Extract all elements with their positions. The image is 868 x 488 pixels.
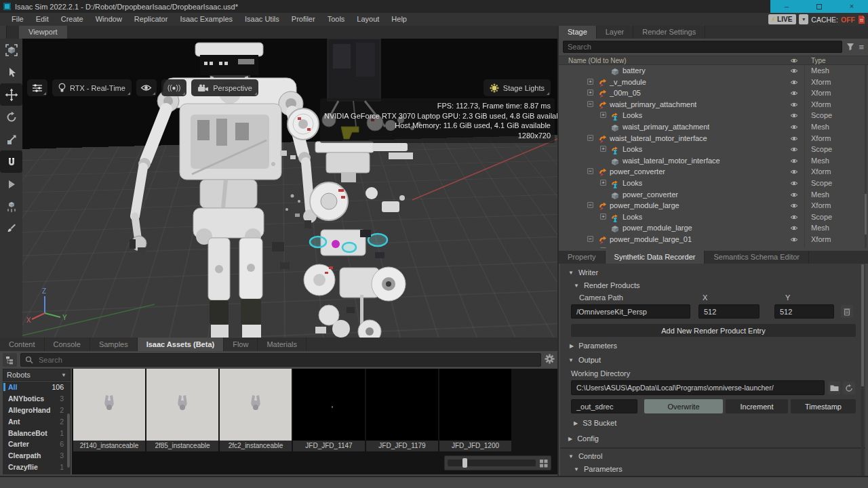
overwrite-button[interactable]: Overwrite <box>644 399 723 413</box>
asset-thumbnail[interactable] <box>293 369 365 441</box>
stage-row-waist-lateral-motor-interface[interactable]: − waist_lateral_motor_interface Xform <box>559 133 868 144</box>
camera-path-input[interactable] <box>571 304 690 319</box>
select-mode-button[interactable] <box>0 39 22 61</box>
stage-row-looks[interactable]: + Looks Scope <box>559 178 868 189</box>
stage-lights-button[interactable]: Stage Lights <box>484 79 551 96</box>
tab-flow[interactable]: Flow <box>224 338 258 351</box>
refresh-button[interactable] <box>843 382 855 394</box>
slider-track[interactable] <box>448 460 536 466</box>
stage-row-battery[interactable]: battery Mesh <box>559 65 868 77</box>
section-control[interactable]: ▼ Control <box>568 452 602 460</box>
tab-isaac-assets-beta[interactable]: Isaac Assets (Beta) <box>138 338 224 351</box>
menu-isaac-examples[interactable]: Isaac Examples <box>174 13 239 26</box>
visibility-eye-icon[interactable] <box>790 192 798 198</box>
expander-icon[interactable]: + <box>600 112 606 118</box>
filter-icon[interactable] <box>846 43 854 51</box>
visibility-eye-button[interactable] <box>136 79 157 96</box>
section-render-products[interactable]: ▼ Render Products <box>574 281 639 289</box>
asset-item-jfd-jfd-1179[interactable]: JFD_JFD_1179 <box>366 369 438 451</box>
expander-icon[interactable]: − <box>587 135 593 141</box>
camera-selector[interactable]: Perspective <box>191 79 258 96</box>
menu-layout[interactable]: Layout <box>351 13 385 26</box>
close-button[interactable]: × <box>835 0 868 13</box>
tab-semantics-schema-editor[interactable]: Semantics Schema Editor <box>705 251 809 264</box>
stage-row-power-module-large[interactable]: − power_module_large Xform <box>559 200 868 211</box>
category-scrollbar[interactable] <box>67 413 70 468</box>
y-resolution-input[interactable] <box>774 304 834 319</box>
expander-icon[interactable]: − <box>587 168 593 174</box>
thumbnail-size-slider[interactable] <box>444 455 551 470</box>
stage-row-00m-05[interactable]: + _00m_05 Xform <box>559 87 868 99</box>
stage-scrollbar[interactable] <box>865 65 867 248</box>
grid-view-icon[interactable] <box>539 459 548 468</box>
visibility-eye-icon[interactable] <box>790 146 798 152</box>
timestamp-button[interactable]: Timestamp <box>791 399 856 413</box>
visibility-eye-icon[interactable] <box>790 169 798 175</box>
visibility-eye-icon[interactable] <box>790 248 798 249</box>
menu-tools[interactable]: Tools <box>321 13 351 26</box>
section-config[interactable]: ▶ Config <box>568 434 599 443</box>
visibility-eye-icon[interactable] <box>790 113 798 119</box>
visibility-eye-icon[interactable] <box>790 90 798 96</box>
menu-window[interactable]: Window <box>90 13 128 26</box>
menu-create[interactable]: Create <box>55 13 90 26</box>
cursor-tool-button[interactable] <box>0 61 22 83</box>
tab-synthetic-data-recorder[interactable]: Synthetic Data Recorder <box>606 251 705 264</box>
asset-thumbnail[interactable] <box>73 369 145 441</box>
live-dropdown-button[interactable]: ▾ <box>799 14 808 24</box>
tab-render-settings[interactable]: Render Settings <box>633 26 705 39</box>
menu-isaac-utils[interactable]: Isaac Utils <box>239 13 285 26</box>
visibility-eye-icon[interactable] <box>790 136 798 142</box>
tab-materials[interactable]: Materials <box>258 338 307 351</box>
expander-icon[interactable]: + <box>600 247 606 249</box>
category-ant[interactable]: Ant 2 <box>3 415 71 427</box>
tab-samples[interactable]: Samples <box>90 338 138 351</box>
stage-row-power-converter[interactable]: power_converter Mesh <box>559 189 868 201</box>
column-type[interactable]: Type <box>811 56 826 65</box>
scale-tool-button[interactable] <box>0 128 22 150</box>
expander-icon[interactable]: + <box>600 146 606 152</box>
category-all[interactable]: All 106 <box>3 382 71 393</box>
add-render-product-button[interactable]: Add New Render Product Entry <box>571 324 856 337</box>
category-carter[interactable]: Carter 6 <box>3 439 71 450</box>
recorder-scrollbar[interactable] <box>861 264 864 487</box>
stage-search-input[interactable] <box>563 41 842 53</box>
asset-thumbnail[interactable] <box>146 369 218 441</box>
visibility-eye-icon[interactable] <box>790 68 798 74</box>
minimize-button[interactable]: – <box>770 0 803 13</box>
paint-brush-button[interactable] <box>0 218 22 240</box>
expander-icon[interactable]: − <box>587 236 593 242</box>
slider-handle[interactable] <box>462 458 467 468</box>
stage-row-looks[interactable]: + Looks Scope <box>559 110 868 121</box>
output-prefix-input[interactable] <box>571 399 637 413</box>
menu-help[interactable]: Help <box>385 13 413 26</box>
menu-file[interactable]: File <box>5 13 30 26</box>
section-writer[interactable]: ▼ Writer <box>568 268 598 277</box>
category-crazyflie[interactable]: Crazyflie 1 <box>3 462 71 473</box>
delete-entry-button[interactable] <box>841 305 853 318</box>
live-button[interactable]: ⚡ LIVE <box>768 14 796 24</box>
asset-item-2f85-instanceable[interactable]: 2f85_instanceable <box>146 369 218 451</box>
asset-item-jfd-jfd-1147[interactable]: JFD_JFD_1147 <box>293 369 365 451</box>
move-tool-button[interactable] <box>0 83 22 106</box>
tab-content[interactable]: Content <box>0 338 45 351</box>
stage-row-power-module-large[interactable]: power_module_large Mesh <box>559 222 868 234</box>
asset-item-2fc2-instanceable[interactable]: 2fc2_instanceable <box>220 369 292 451</box>
section-s3-bucket[interactable]: ▶ S3 Bucket <box>574 419 616 427</box>
stage-row-looks[interactable]: + Looks Scope <box>559 144 868 155</box>
category-balancebot[interactable]: BalanceBot 1 <box>3 427 71 439</box>
stage-row-looks[interactable]: + Looks Scope <box>559 245 868 249</box>
category-dropdown[interactable]: Robots ▼ <box>3 369 71 381</box>
tab-viewport[interactable]: Viewport <box>19 26 67 39</box>
options-menu-icon[interactable]: ≡ <box>859 42 864 52</box>
stage-row-power-converter[interactable]: − power_converter Xform <box>559 166 868 178</box>
expander-icon[interactable]: + <box>587 89 593 96</box>
tab-stage[interactable]: Stage <box>559 26 597 39</box>
viewport[interactable]: Z Y X RTX - Real-Time <box>0 39 557 338</box>
visibility-eye-icon[interactable] <box>790 79 798 85</box>
section-parameters[interactable]: ▶ Parameters <box>570 342 617 350</box>
tab-console[interactable]: Console <box>45 338 90 351</box>
stage-row-v-module[interactable]: + _v_module Xform <box>559 77 868 88</box>
stage-row-looks[interactable]: + Looks Scope <box>559 211 868 223</box>
column-name[interactable]: Name (Old to New) <box>568 56 627 65</box>
